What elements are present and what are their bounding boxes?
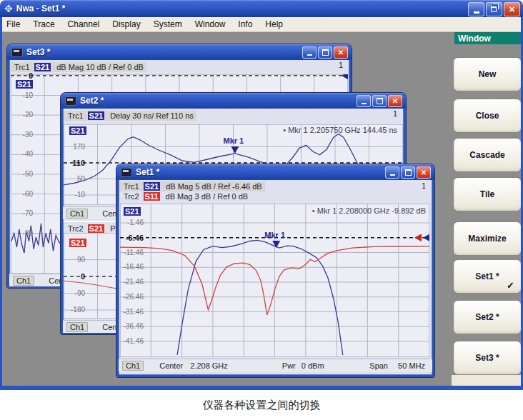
menu-help[interactable]: Help	[259, 18, 289, 31]
app-icon: ✥	[4, 4, 13, 14]
minimize-icon[interactable]	[302, 46, 317, 59]
restore-icon[interactable]	[486, 2, 502, 16]
minimize-icon[interactable]	[468, 2, 484, 16]
span-value: 50 MHz	[398, 361, 425, 370]
y-tick-label: -50	[10, 170, 33, 178]
center-label: Center	[159, 361, 183, 370]
app-window: ✥ Nwa - Set1 * ✕ File Trace Channel Disp…	[0, 0, 523, 390]
button-tile[interactable]: Tile	[453, 177, 522, 211]
app-titlebar[interactable]: ✥ Nwa - Set1 * ✕	[0, 0, 523, 17]
y-tick-label: 0	[10, 71, 33, 80]
y-tick-label: 90	[62, 256, 85, 264]
titlebar-set2[interactable]: Set2 * ✕	[61, 93, 406, 109]
minimize-icon[interactable]	[357, 95, 371, 107]
pwr-label: Pwr	[282, 361, 296, 370]
close-icon[interactable]: ✕	[388, 95, 402, 107]
button-set2[interactable]: Set2 *	[453, 300, 522, 334]
check-icon: ✓	[507, 280, 514, 291]
y-tick-label: -26.46	[118, 293, 144, 301]
minimize-icon[interactable]	[385, 166, 399, 179]
menu-info[interactable]: Info	[231, 18, 259, 31]
window-set1: Set1 * ✕ Trc1 S21 dB Mag 5 dB / Ref -6.4…	[116, 164, 434, 377]
channel-chip[interactable]: Ch1	[122, 361, 144, 371]
s21-badge: S21	[34, 63, 51, 71]
trace-format: dB Mag 3 dB / Ref 0 dB	[166, 192, 249, 201]
y-tick-label: -80	[10, 229, 33, 237]
y-tick-label: -21.46	[118, 278, 144, 286]
menu-window[interactable]: Window	[189, 18, 232, 31]
channel-chip[interactable]: Ch1	[13, 276, 34, 286]
marker-readout: • Mkr 1 2.205750 GHz 144.45 ns	[283, 126, 397, 134]
chart-set1: Mkr 1	[120, 204, 429, 357]
y-tick-label: -90	[62, 289, 85, 297]
button-cascade[interactable]: Cascade	[453, 138, 522, 172]
trace-label-badge: S21	[124, 207, 141, 216]
trace-format: Delay 30 ns/ Ref 110 ns	[110, 111, 194, 120]
marker-readout: • Mkr 1 2.208000 GHz -9.892 dB	[312, 206, 426, 215]
menu-system[interactable]: System	[147, 18, 189, 31]
y-tick-label: -10	[64, 191, 85, 199]
channel-chip[interactable]: Ch1	[66, 209, 88, 219]
menu-channel[interactable]: Channel	[61, 18, 106, 31]
y-tick-label: -16.46	[118, 263, 144, 271]
s21-badge: S21	[88, 111, 105, 120]
y-tick-label: -30	[10, 131, 33, 139]
menu-trace[interactable]: Trace	[26, 18, 61, 31]
maximize-icon[interactable]	[372, 95, 387, 107]
close-icon[interactable]: ✕	[504, 2, 520, 16]
marker-label: Mkr 1	[264, 231, 285, 239]
menu-file[interactable]: File	[0, 18, 26, 31]
trace-name[interactable]: Trc1	[14, 63, 30, 71]
y-tick-label: 110	[64, 159, 85, 167]
trace-label-badge: S21	[69, 126, 86, 135]
y-tick-label: 50	[64, 175, 85, 183]
panel-title: Window	[454, 32, 523, 44]
s21-badge-red: S21	[88, 224, 105, 233]
channel-number: 1	[393, 109, 397, 118]
button-new[interactable]: New	[453, 57, 522, 91]
y-tick-label: -60	[10, 190, 33, 198]
maximize-icon[interactable]	[318, 46, 332, 59]
titlebar-set3[interactable]: Set3 * ✕	[7, 44, 352, 60]
trace-header-set2: Trc1 S21 Delay 30 ns/ Ref 110 ns 1	[64, 109, 403, 122]
button-set1[interactable]: Set1 * ✓	[453, 259, 522, 294]
window-icon	[121, 168, 132, 177]
pwr-value: 0 dBm	[302, 361, 324, 370]
trace-label-badge-red: S21	[69, 239, 86, 247]
window-title-set1: Set1 *	[136, 167, 159, 177]
panel-footer	[452, 375, 521, 386]
trace-header-set3: Trc1 S21 dB Mag 10 dB / Ref 0 dB 1	[10, 61, 349, 74]
close-icon[interactable]: ✕	[417, 166, 431, 179]
y-tick-label: -6.46	[118, 234, 144, 242]
center-value: 2.208 GHz	[190, 361, 228, 370]
trace-name[interactable]: Trc2	[124, 192, 139, 201]
y-tick-label: -41.46	[118, 337, 144, 345]
button-close[interactable]: Close	[453, 99, 522, 133]
y-tick-label: -36.46	[118, 322, 144, 330]
window-icon	[65, 96, 76, 106]
y-tick-label: -40	[10, 150, 33, 158]
trace-name[interactable]: Trc1	[124, 182, 139, 191]
trace-name[interactable]: Trc1	[68, 111, 84, 120]
app-title: Nwa - Set1 *	[16, 4, 66, 14]
window-icon	[11, 48, 23, 57]
channel-chip[interactable]: Ch1	[66, 322, 88, 332]
trace-header-set1-trc2: Trc2 S11 dB Mag 3 dB / Ref 0 dB	[119, 191, 432, 201]
y-tick-label: -11.46	[118, 249, 144, 256]
window-border-bottom	[0, 386, 523, 390]
menu-bar: File Trace Channel Display System Window…	[0, 17, 523, 32]
channel-bar-set1: Ch1 Center 2.208 GHz Pwr 0 dBm Span 50 M…	[119, 359, 432, 372]
menu-display[interactable]: Display	[106, 18, 146, 31]
trace-format: dB Mag 10 dB / Ref 0 dB	[56, 63, 144, 71]
y-tick-label: -31.46	[118, 308, 144, 316]
titlebar-set1[interactable]: Set1 * ✕	[116, 164, 434, 180]
channel-number: 1	[422, 181, 426, 190]
y-tick-label: -1.46	[118, 219, 144, 226]
button-maximize[interactable]: Maximize	[453, 221, 522, 256]
trace-name[interactable]: Trc2	[68, 224, 84, 233]
close-icon[interactable]: ✕	[334, 46, 348, 59]
y-tick-label: -10	[10, 91, 33, 99]
maximize-icon[interactable]	[401, 166, 415, 179]
button-set3[interactable]: Set3 *	[453, 341, 522, 375]
s21-badge: S21	[144, 182, 161, 191]
